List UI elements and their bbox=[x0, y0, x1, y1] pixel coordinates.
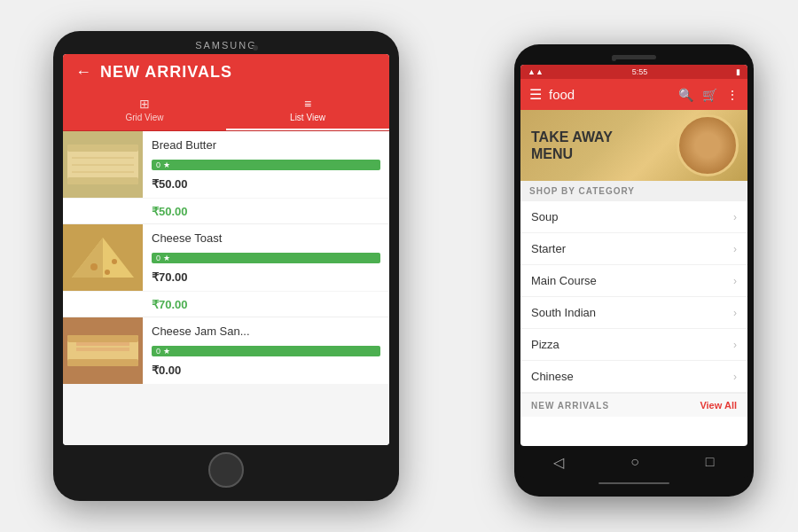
list-icon: ≡ bbox=[304, 97, 311, 111]
category-item-soup[interactable]: Soup › bbox=[520, 201, 747, 233]
product-price-row: ₹50.00 bbox=[63, 199, 389, 224]
tablet-device: SAMSUNG ← NEW ARRIVALS ⊞ Grid View ≡ Lis… bbox=[53, 31, 399, 501]
nav-home-button[interactable]: ○ bbox=[630, 454, 639, 470]
product-badge: 0 ★ bbox=[152, 253, 380, 263]
product-price-bottom: ₹50.00 bbox=[152, 205, 188, 218]
nav-back-button[interactable]: ◁ bbox=[553, 454, 564, 471]
page-title: NEW ARRIVALS bbox=[100, 63, 232, 82]
category-item-starter[interactable]: Starter › bbox=[520, 233, 747, 265]
chevron-right-icon: › bbox=[733, 275, 737, 287]
menu-icon[interactable]: ☰ bbox=[529, 86, 542, 103]
svg-rect-18 bbox=[67, 359, 138, 366]
category-name: Main Course bbox=[531, 274, 597, 287]
list-item[interactable]: Cheese Jam San... 0 ★ ₹0.00 bbox=[63, 317, 389, 384]
list-item[interactable]: Bread Butter 0 ★ ₹50.00 bbox=[63, 131, 389, 198]
product-price: ₹50.00 bbox=[152, 177, 380, 191]
product-price: ₹0.00 bbox=[152, 364, 380, 377]
category-item-chinese[interactable]: Chinese › bbox=[520, 361, 747, 393]
product-name: Cheese Toast bbox=[152, 231, 380, 245]
new-arrivals-label: NEW ARRIVALS bbox=[531, 401, 609, 411]
svg-rect-17 bbox=[76, 348, 129, 351]
back-button[interactable]: ← bbox=[75, 63, 91, 82]
view-all-button[interactable]: View All bbox=[700, 400, 737, 411]
product-image-cheese bbox=[63, 224, 143, 291]
status-time: 5:55 bbox=[632, 67, 648, 76]
tablet-camera bbox=[253, 45, 258, 51]
tab-list-view[interactable]: ≡ List View bbox=[226, 90, 389, 130]
tablet-header: ← NEW ARRIVALS bbox=[63, 54, 389, 90]
banner-text: TAKE AWAY MENU bbox=[520, 120, 623, 171]
phone-camera bbox=[612, 57, 616, 61]
svg-rect-15 bbox=[67, 335, 138, 342]
category-section-header: SHOP BY CATEGORY bbox=[520, 181, 747, 201]
nav-recent-button[interactable]: □ bbox=[706, 454, 715, 470]
category-name: South Indian bbox=[531, 306, 596, 319]
status-signal: ▲▲ bbox=[528, 67, 544, 76]
product-info: Cheese Toast 0 ★ ₹70.00 bbox=[143, 224, 389, 291]
chevron-right-icon: › bbox=[733, 307, 737, 319]
product-image-jam bbox=[63, 317, 143, 384]
tablet-tabs: ⊞ Grid View ≡ List View bbox=[63, 90, 389, 131]
product-badge: 0 ★ bbox=[152, 346, 380, 356]
chevron-right-icon: › bbox=[733, 243, 737, 255]
banner-line2: MENU bbox=[531, 145, 613, 162]
category-name: Starter bbox=[531, 242, 566, 255]
header-action-icons: 🔍 🛒 ⋮ bbox=[678, 88, 739, 102]
product-badge: 0 ★ bbox=[152, 160, 380, 170]
more-icon[interactable]: ⋮ bbox=[726, 88, 739, 102]
tablet-home-button[interactable] bbox=[208, 452, 244, 488]
svg-point-10 bbox=[90, 263, 98, 270]
product-name: Cheese Jam San... bbox=[152, 325, 380, 338]
phone-nav-bar: ◁ ○ □ bbox=[520, 446, 747, 478]
svg-rect-16 bbox=[76, 342, 129, 346]
product-price-row: ₹70.00 bbox=[63, 292, 389, 317]
tab-list-label: List View bbox=[290, 113, 325, 122]
tab-grid-label: Grid View bbox=[125, 113, 163, 122]
product-info: Cheese Jam San... 0 ★ ₹0.00 bbox=[143, 317, 389, 384]
tab-grid-view[interactable]: ⊞ Grid View bbox=[63, 90, 226, 130]
battery-icon: ▮ bbox=[736, 67, 740, 76]
chevron-right-icon: › bbox=[733, 211, 737, 223]
svg-rect-3 bbox=[67, 177, 138, 184]
banner-food-image bbox=[677, 114, 739, 176]
search-icon[interactable]: 🔍 bbox=[678, 88, 693, 102]
phone-screen: ▲▲ 5:55 ▮ ☰ food 🔍 🛒 ⋮ TAKE AWAY bbox=[520, 65, 747, 446]
phone-speaker bbox=[612, 55, 656, 59]
phone-status-bar: ▲▲ 5:55 ▮ bbox=[520, 65, 747, 79]
grid-icon: ⊞ bbox=[139, 97, 150, 111]
category-item-main-course[interactable]: Main Course › bbox=[520, 265, 747, 297]
cart-icon[interactable]: 🛒 bbox=[702, 88, 717, 102]
product-info: Bread Butter 0 ★ ₹50.00 bbox=[143, 131, 389, 198]
svg-point-12 bbox=[105, 270, 110, 275]
category-item-pizza[interactable]: Pizza › bbox=[520, 329, 747, 361]
category-item-south-indian[interactable]: South Indian › bbox=[520, 297, 747, 329]
new-arrivals-bar: NEW ARRIVALS View All bbox=[520, 393, 747, 417]
promo-banner: TAKE AWAY MENU bbox=[520, 110, 747, 181]
svg-point-11 bbox=[112, 259, 117, 264]
product-price-bottom: ₹70.00 bbox=[152, 298, 188, 311]
category-name: Soup bbox=[531, 210, 558, 223]
phone-app-header: ☰ food 🔍 🛒 ⋮ bbox=[520, 79, 747, 110]
phone-device: ▲▲ 5:55 ▮ ☰ food 🔍 🛒 ⋮ TAKE AWAY bbox=[514, 44, 754, 497]
banner-line1: TAKE AWAY bbox=[531, 129, 613, 145]
chevron-right-icon: › bbox=[733, 371, 737, 383]
phone-bottom-bar bbox=[598, 482, 669, 484]
app-title: food bbox=[549, 87, 671, 102]
status-icons: ▮ bbox=[736, 67, 740, 76]
product-name: Bread Butter bbox=[152, 138, 380, 152]
svg-rect-2 bbox=[67, 145, 138, 152]
chevron-right-icon: › bbox=[733, 339, 737, 351]
product-price: ₹70.00 bbox=[152, 270, 380, 284]
tablet-screen: ← NEW ARRIVALS ⊞ Grid View ≡ List View bbox=[63, 54, 389, 445]
category-name: Pizza bbox=[531, 338, 559, 351]
list-item[interactable]: Cheese Toast 0 ★ ₹70.00 bbox=[63, 224, 389, 291]
category-name: Chinese bbox=[531, 370, 574, 383]
tablet-brand: SAMSUNG bbox=[195, 40, 257, 51]
product-list: Bread Butter 0 ★ ₹50.00 ₹50.00 bbox=[63, 131, 389, 445]
product-image-bread bbox=[63, 131, 143, 198]
